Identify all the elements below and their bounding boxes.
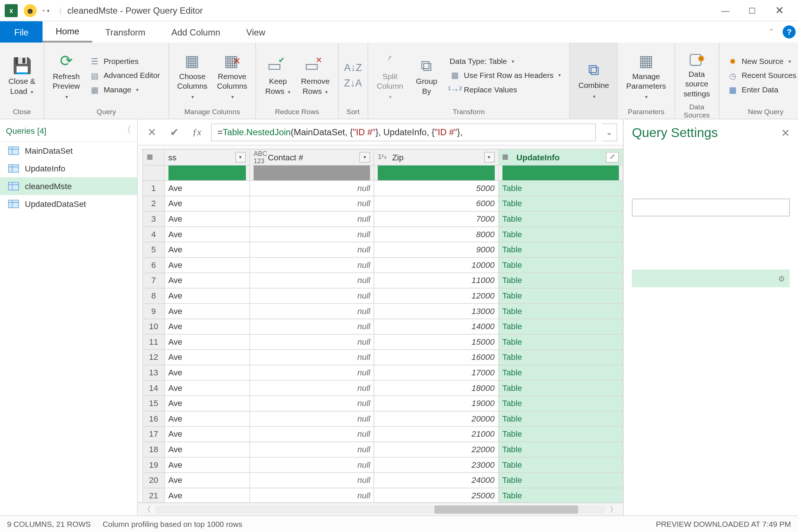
cell-zip[interactable]: 14000 [374,318,498,334]
sort-desc-button[interactable]: Z↓A [344,77,362,89]
cell-updateinfo[interactable]: Table [498,457,623,473]
column-filter-button[interactable]: ▾ [484,152,495,163]
cell-contact[interactable]: null [250,457,374,473]
manage-button[interactable]: ▦Manage ▾ [87,83,163,95]
cell-address[interactable]: Ave [164,472,250,488]
cell-address[interactable]: Ave [164,303,250,319]
cell-updateinfo[interactable]: Table [498,426,623,442]
tab-transform[interactable]: Transform [92,21,158,43]
cell-contact[interactable]: null [250,273,374,288]
table-row[interactable]: 3Avenull7000Table [143,211,623,226]
cell-address[interactable]: Ave [164,242,250,257]
tab-file[interactable]: File [0,21,42,43]
row-number-cell[interactable]: 1 [143,180,164,196]
table-row[interactable]: 13 Avenull17000Table [143,365,623,380]
table-row[interactable]: 8 Avenull12000Table [143,288,623,303]
cell-contact[interactable]: null [250,242,374,257]
recent-sources-button[interactable]: ◷Recent Sources ▾ [725,69,798,81]
row-number-cell[interactable]: 19 [143,457,164,473]
cell-contact[interactable]: null [250,395,374,411]
column-filter-button[interactable]: ▾ [359,152,370,163]
cell-contact[interactable]: null [250,365,374,380]
expand-column-button[interactable]: ⤢ [606,152,619,163]
cell-contact[interactable]: null [250,426,374,442]
row-number-cell[interactable]: 16 [143,411,164,426]
tab-home[interactable]: Home [42,21,92,43]
qat-customize-dropdown[interactable]: ▾ [47,7,50,13]
cell-zip[interactable]: 6000 [374,196,498,211]
cell-zip[interactable]: 13000 [374,303,498,319]
choose-columns-button[interactable]: ▦ ChooseColumns ▾ [173,47,212,103]
cell-address[interactable]: Ave [164,288,250,303]
table-row[interactable]: 6 Avenull10000Table [143,257,623,273]
cell-updateinfo[interactable]: Table [498,318,623,334]
cell-zip[interactable]: 18000 [374,380,498,396]
cell-address[interactable]: Ave [164,257,250,273]
cell-zip[interactable]: 22000 [374,441,498,457]
cell-zip[interactable]: 9000 [374,242,498,257]
cell-updateinfo[interactable]: Table [498,380,623,396]
new-source-button[interactable]: ✸New Source ▾ [725,55,798,67]
table-row[interactable]: 14 Avenull18000Table [143,380,623,396]
sort-asc-button[interactable]: A↓Z [344,62,362,74]
queries-collapse-button[interactable]: 〈 [122,124,132,137]
ribbon-collapse-button[interactable]: ˆ [763,21,780,43]
cell-address[interactable]: Ave [164,180,250,196]
cell-contact[interactable]: null [250,196,374,211]
replace-values-button[interactable]: ¹→²Replace Values [447,83,564,95]
cell-address[interactable]: Ave [164,395,250,411]
query-item[interactable]: cleanedMste [0,177,137,195]
cell-updateinfo[interactable]: Table [498,242,623,257]
cell-zip[interactable]: 23000 [374,457,498,473]
remove-rows-button[interactable]: ▭✕ RemoveRows ▾ [296,52,334,99]
row-number-cell[interactable]: 13 [143,365,164,380]
row-number-cell[interactable]: 15 [143,395,164,411]
advanced-editor-button[interactable]: ▤Advanced Editor [87,69,163,81]
cell-updateinfo[interactable]: Table [498,288,623,303]
cell-zip[interactable]: 19000 [374,395,498,411]
cell-zip[interactable]: 12000 [374,288,498,303]
row-number-cell[interactable]: 14 [143,380,164,396]
cell-zip[interactable]: 20000 [374,411,498,426]
cell-contact[interactable]: null [250,257,374,273]
cell-address[interactable]: Ave [164,488,250,502]
cell-address[interactable]: Ave [164,349,250,365]
cell-updateinfo[interactable]: Table [498,334,623,349]
row-number-cell[interactable]: 5 [143,242,164,257]
cell-contact[interactable]: null [250,288,374,303]
properties-button[interactable]: ☰Properties [87,55,163,67]
cell-zip[interactable]: 16000 [374,349,498,365]
row-number-cell[interactable]: 3 [143,211,164,226]
table-row[interactable]: 17 Avenull21000Table [143,426,623,442]
help-button[interactable]: ? [780,21,798,43]
table-row[interactable]: 10 Avenull14000Table [143,318,623,334]
cell-updateinfo[interactable]: Table [498,257,623,273]
table-row[interactable]: 12 Avenull16000Table [143,349,623,365]
row-number-cell[interactable]: 17 [143,426,164,442]
cell-zip[interactable]: 5000 [374,180,498,196]
cell-address[interactable]: Ave [164,457,250,473]
row-number-cell[interactable]: 10 [143,318,164,334]
table-row[interactable]: 2Avenull6000Table [143,196,623,211]
row-number-header[interactable]: ▦ [143,150,164,165]
table-row[interactable]: 4Avenull8000Table [143,226,623,242]
row-number-cell[interactable]: 2 [143,196,164,211]
data-type-button[interactable]: Data Type: Table ▾ [447,55,564,66]
step-gear-icon[interactable]: ⚙ [778,274,785,283]
first-row-headers-button[interactable]: ▦Use First Row as Headers ▾ [447,69,564,81]
cell-zip[interactable]: 11000 [374,273,498,288]
cell-zip[interactable]: 10000 [374,257,498,273]
cell-contact[interactable]: null [250,211,374,226]
row-number-cell[interactable]: 20 [143,472,164,488]
close-and-load-button[interactable]: 💾 Close &Load ▾ [4,52,40,99]
cell-updateinfo[interactable]: Table [498,395,623,411]
cell-contact[interactable]: null [250,441,374,457]
cell-contact[interactable]: null [250,318,374,334]
column-header-zip[interactable]: 1²₃Zip▾ [374,150,498,165]
combine-button[interactable]: ⧉ Combine▾ [574,56,614,103]
row-number-cell[interactable]: 7 [143,273,164,288]
query-item[interactable]: UpdatedDataSet [0,195,137,213]
cell-address[interactable]: Ave [164,273,250,288]
cell-updateinfo[interactable]: Table [498,441,623,457]
cell-contact[interactable]: null [250,488,374,502]
